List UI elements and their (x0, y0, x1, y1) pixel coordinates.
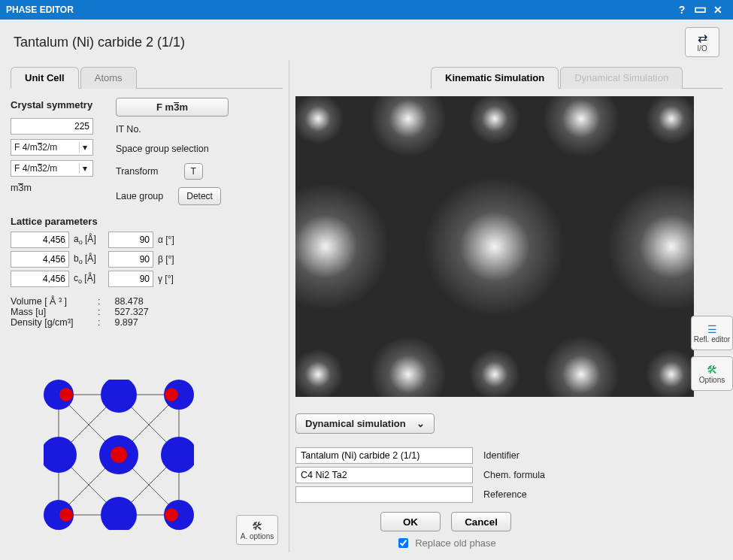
refl-editor-label: Refl. editor (694, 335, 730, 344)
identifier-label: Identifier (483, 450, 604, 461)
alpha-input[interactable] (108, 232, 153, 248)
crystal-symmetry-heading: Crystal symmetry (11, 99, 93, 110)
gamma-label: γ [°] (158, 274, 177, 284)
mass-value: 527.327 (114, 307, 148, 317)
svg-point-17 (165, 388, 178, 401)
formula-input[interactable] (295, 467, 473, 483)
space-group-select[interactable]: F 4/m32/m ▾ (11, 139, 93, 156)
right-panel: Kinematic Simulation Dynamical Simulatio… (289, 60, 733, 552)
a-label: ao [Å] (74, 234, 104, 246)
gamma-input[interactable] (108, 271, 153, 287)
tab-atoms[interactable]: Atoms (80, 67, 137, 89)
mass-label: Mass [u] (11, 307, 93, 317)
left-tabs: Unit Cell Atoms (11, 66, 283, 89)
window-title: PHASE EDITOR (6, 5, 74, 15)
formula-label: Chem. formula (483, 470, 604, 480)
atom-options-button[interactable]: 🛠 A. options (236, 515, 278, 545)
cancel-button[interactable]: Cancel (451, 512, 511, 531)
lattice-grid: ao [Å] α [°] bo [Å] β [°] co [Å] γ [°] (11, 232, 283, 287)
svg-point-16 (59, 388, 73, 401)
dynamical-simulation-select[interactable]: Dynamical simulation ⌄ (295, 413, 435, 434)
simulation-image[interactable] (295, 96, 694, 397)
dyn-sel-label: Dynamical simulation (305, 418, 406, 429)
volume-value: 88.478 (114, 296, 143, 307)
io-label: I/O (697, 44, 707, 53)
laue-value: m3m (11, 183, 93, 193)
transform-button[interactable]: T (184, 163, 203, 180)
c-input[interactable] (11, 271, 69, 287)
tab-unit-cell[interactable]: Unit Cell (11, 67, 79, 89)
refl-editor-button[interactable]: ☰ Refl. editor (691, 316, 733, 350)
transform-select[interactable]: F 4/m32/m ▾ (11, 160, 93, 177)
dialog-buttons: OK Cancel (295, 512, 596, 531)
left-panel: Unit Cell Atoms Crystal symmetry F 4/m32… (0, 60, 289, 552)
detect-button[interactable]: Detect (178, 187, 221, 205)
space-group-value: F 4/m32/m (14, 142, 57, 153)
help-button[interactable]: ? (673, 4, 691, 16)
replace-old-phase-label: Replace old phase (415, 537, 496, 549)
crystal-structure-view[interactable] (44, 380, 194, 530)
options-button[interactable]: 🛠 Options (691, 356, 733, 391)
transform-value: F 4/m32/m (14, 163, 57, 174)
b-input[interactable] (11, 251, 69, 268)
lattice-heading: Lattice parameters (11, 216, 283, 227)
space-group-button[interactable]: F m3m (116, 98, 229, 117)
titlebar: PHASE EDITOR ? ▭ ✕ (0, 0, 733, 20)
density-label: Density [g/cm³] (11, 317, 93, 328)
chevron-down-icon: ⌄ (416, 418, 425, 429)
identifier-input[interactable] (295, 447, 473, 464)
volume-label: Volume [ Å ³ ] (11, 296, 93, 307)
svg-point-18 (111, 446, 127, 463)
swap-icon: ⇄ (698, 32, 707, 44)
replace-old-phase-checkbox[interactable] (398, 538, 408, 548)
phase-form: Identifier Chem. formula Reference (295, 447, 722, 503)
tab-dynamical[interactable]: Dynamical Simulation (560, 67, 683, 89)
beta-label: β [°] (158, 254, 177, 265)
alpha-label: α [°] (158, 235, 177, 245)
ok-button[interactable]: OK (380, 512, 441, 531)
beta-input[interactable] (108, 251, 153, 268)
chevron-down-icon: ▾ (79, 163, 89, 174)
options-label: Options (699, 376, 725, 384)
it-number-input[interactable] (11, 118, 93, 135)
sg-sel-label: Space group selection (116, 144, 229, 154)
atom-options-label: A. options (241, 532, 274, 540)
transform-label: Transform (116, 166, 159, 177)
c-label: co [Å] (74, 273, 104, 285)
stats: Volume [ Å ³ ]: 88.478 Mass [u]: 527.327… (11, 296, 283, 328)
chevron-down-icon: ▾ (79, 142, 89, 153)
header: Tantalum (Ni) carbide 2 (1/1) ⇄ I/O (0, 20, 733, 60)
minimize-button[interactable]: ▭ (691, 7, 709, 12)
it-no-label: IT No. (116, 124, 229, 135)
page-title: Tantalum (Ni) carbide 2 (1/1) (14, 35, 185, 50)
a-input[interactable] (11, 232, 69, 248)
b-label: bo [Å] (74, 253, 104, 265)
list-icon: ☰ (707, 323, 717, 335)
laue-label: Laue group (116, 191, 163, 201)
svg-point-20 (165, 508, 178, 522)
tab-kinematic[interactable]: Kinematic Simulation (431, 67, 559, 89)
io-button[interactable]: ⇄ I/O (685, 27, 719, 57)
reference-label: Reference (483, 489, 604, 500)
svg-point-19 (59, 508, 73, 522)
wrench-icon: 🛠 (252, 520, 262, 532)
reference-input[interactable] (295, 486, 473, 503)
density-value: 9.897 (114, 317, 138, 328)
close-button[interactable]: ✕ (709, 4, 727, 16)
right-tabs: Kinematic Simulation Dynamical Simulatio… (431, 66, 722, 89)
wrench-icon: 🛠 (707, 364, 717, 376)
